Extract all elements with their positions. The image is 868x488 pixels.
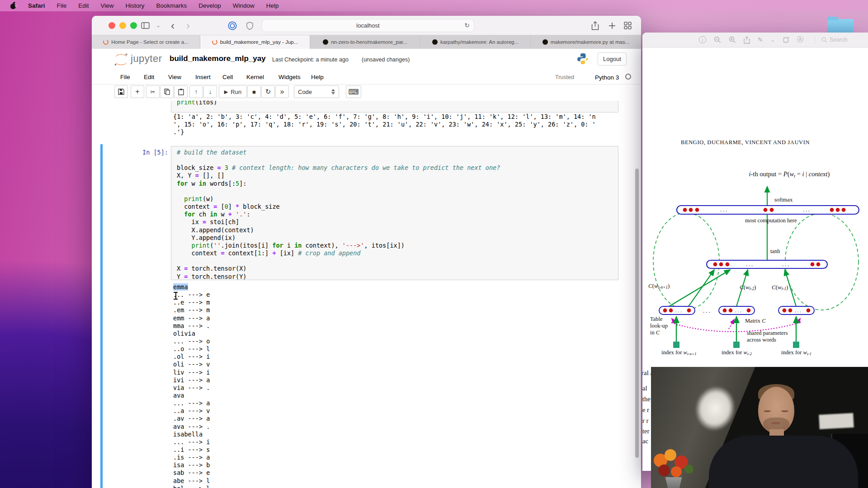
menu-cell[interactable]: Cell	[222, 74, 233, 80]
info-icon[interactable]: i	[699, 36, 706, 43]
paper-text-fragment: the	[642, 395, 651, 403]
cell-output-itos-dict: {1: 'a', 2: 'b', 3: 'c', 4: 'd', 5: 'e',…	[173, 113, 596, 136]
minimize-window-button[interactable]	[119, 22, 126, 29]
tab-makemore-py[interactable]: makemore/makemore.py at mas...	[531, 35, 641, 49]
menu-edit[interactable]: Edit	[144, 74, 154, 80]
label-index-wtn1: index for wt-n+1	[661, 349, 697, 356]
tab-home-page[interactable]: Home Page - Select or create a...	[92, 35, 200, 49]
zoom-in-icon[interactable]	[729, 36, 736, 43]
address-bar[interactable]: localhost ↻	[262, 19, 474, 32]
video-skylight	[819, 413, 854, 429]
code-cell-input-prev[interactable]: print(itos)	[171, 101, 618, 113]
run-button[interactable]: ▶ Run	[219, 85, 247, 98]
chevron-down-icon[interactable]: ⌄	[771, 37, 775, 43]
person-mouth	[771, 422, 780, 424]
label-index-wt1: index for wt-1	[781, 349, 811, 356]
code-editor[interactable]: # build the dataset block_size = 3 # con…	[171, 146, 618, 283]
zoom-window-button[interactable]	[130, 22, 137, 29]
label-across-words: across words	[747, 337, 776, 343]
stop-button[interactable]: ■	[247, 85, 261, 98]
add-cell-button[interactable]: +	[131, 85, 144, 98]
share-icon[interactable]	[744, 36, 750, 44]
cut-cell-button[interactable]: ✂	[146, 85, 160, 98]
back-button[interactable]: ‹	[167, 20, 179, 31]
forward-button[interactable]: ›	[182, 20, 194, 31]
logout-button[interactable]: Logout	[598, 52, 627, 66]
cell-output-context-pairs: emma... ---> e..e ---> m.em ---> memm --…	[173, 283, 210, 488]
copy-cell-button[interactable]	[160, 85, 174, 98]
apple-logo-icon[interactable]	[10, 2, 16, 9]
svg-text:. . .: . . .	[675, 308, 682, 313]
save-button[interactable]	[114, 85, 128, 98]
share-icon[interactable]	[589, 20, 601, 31]
menubar-item-safari[interactable]: Safari	[28, 2, 45, 9]
zoom-out-icon[interactable]	[714, 36, 721, 43]
paper-text-fragment: e r	[642, 406, 649, 414]
menubar-item-help[interactable]: Help	[266, 2, 279, 9]
close-window-button[interactable]	[108, 22, 115, 29]
text-cursor-pointer	[174, 292, 178, 300]
menu-file[interactable]: File	[120, 74, 130, 80]
tab-label: nn-zero-to-hero/makemore_par...	[331, 39, 407, 45]
menubar-item-history[interactable]: History	[126, 2, 145, 9]
onepassword-icon[interactable]	[226, 20, 238, 31]
jupyter-header: jupyter build_makemore_mlp_yay Last Chec…	[92, 49, 641, 70]
reload-icon[interactable]: ↻	[464, 22, 470, 29]
menu-help[interactable]: Help	[311, 74, 324, 80]
menubar-item-develop[interactable]: Develop	[198, 2, 221, 9]
privacy-shield-icon[interactable]	[244, 20, 255, 31]
label-c-wt2: C(wt-2)	[740, 284, 756, 291]
sidebar-icon[interactable]	[139, 20, 151, 31]
menubar-item-file[interactable]: File	[57, 2, 67, 9]
tab-nn-zero-to-hero[interactable]: nn-zero-to-hero/makemore_par...	[310, 35, 420, 49]
flower-bouquet	[651, 449, 701, 488]
new-tab-icon[interactable]	[606, 20, 618, 31]
notebook-title[interactable]: build_makemore_mlp_yay	[170, 54, 266, 63]
github-icon	[542, 39, 548, 45]
cell-type-dropdown[interactable]: Code	[294, 85, 339, 98]
jupyter-logo-icon[interactable]	[113, 52, 129, 67]
menubar-item-bookmarks[interactable]: Bookmarks	[156, 2, 187, 9]
safari-toolbar: ⌄ ‹ › localhost ↻	[92, 16, 641, 35]
markup-pencil-icon[interactable]: ✎	[758, 36, 763, 43]
menu-view[interactable]: View	[168, 74, 181, 80]
label-most-computation: most computation here	[745, 217, 797, 224]
crop-rotate-icon[interactable]	[783, 37, 789, 43]
flower-vase	[664, 477, 684, 488]
code-cell-input-5[interactable]: # build the dataset block_size = 3 # con…	[171, 146, 618, 280]
autofill-icon[interactable]: Ⓐ	[797, 36, 803, 44]
safari-window: ⌄ ‹ › localhost ↻	[92, 16, 641, 488]
restart-kernel-button[interactable]: ↻	[261, 85, 275, 98]
paste-cell-button[interactable]	[174, 85, 188, 98]
preview-toolbar: i ✎ ⌄ Ⓐ Search	[642, 33, 868, 47]
menubar-item-window[interactable]: Window	[233, 2, 255, 9]
menu-widgets[interactable]: Widgets	[278, 74, 301, 80]
jupyter-toolbar: + ✂ ↑ ↓ ▶ Run ■ ↻ » Code	[92, 84, 641, 101]
restart-run-all-button[interactable]: »	[275, 85, 289, 98]
menubar-item-view[interactable]: View	[101, 2, 114, 9]
svg-text:. . .: . . .	[735, 308, 741, 313]
menu-kernel[interactable]: Kernel	[246, 74, 264, 80]
person-body	[709, 436, 858, 488]
move-cell-down-button[interactable]: ↓	[203, 85, 217, 98]
address-text: localhost	[356, 22, 379, 29]
code-editor[interactable]: print(itos)	[171, 101, 618, 108]
tab-karpathy-makemore[interactable]: karpathy/makemore: An autoreg...	[420, 35, 531, 49]
tab-build-makemore-mlp[interactable]: build_makemore_mlp_yay - Jup...	[200, 35, 310, 49]
tab-overview-icon[interactable]	[622, 20, 633, 31]
label-in-c: in C	[650, 329, 660, 336]
label-tanh: tanh	[770, 248, 780, 255]
svg-text:. . .: . . .	[782, 261, 789, 267]
tab-label: build_makemore_mlp_yay - Jup...	[220, 39, 298, 45]
search-field[interactable]: Search	[815, 35, 848, 44]
move-cell-up-button[interactable]: ↑	[189, 85, 203, 98]
menubar-item-edit[interactable]: Edit	[78, 2, 89, 9]
jupyter-logo-text[interactable]: jupyter	[131, 53, 162, 65]
command-palette-button[interactable]: ⌨	[346, 85, 361, 98]
jupyter-icon	[103, 39, 109, 45]
dropdown-arrows-icon	[331, 89, 335, 94]
notebook-scrollbar[interactable]	[635, 169, 639, 458]
label-c-wtn1: C(wt-n+1)	[648, 282, 670, 290]
menu-insert[interactable]: Insert	[195, 74, 211, 80]
chevron-down-icon[interactable]: ⌄	[152, 20, 164, 31]
